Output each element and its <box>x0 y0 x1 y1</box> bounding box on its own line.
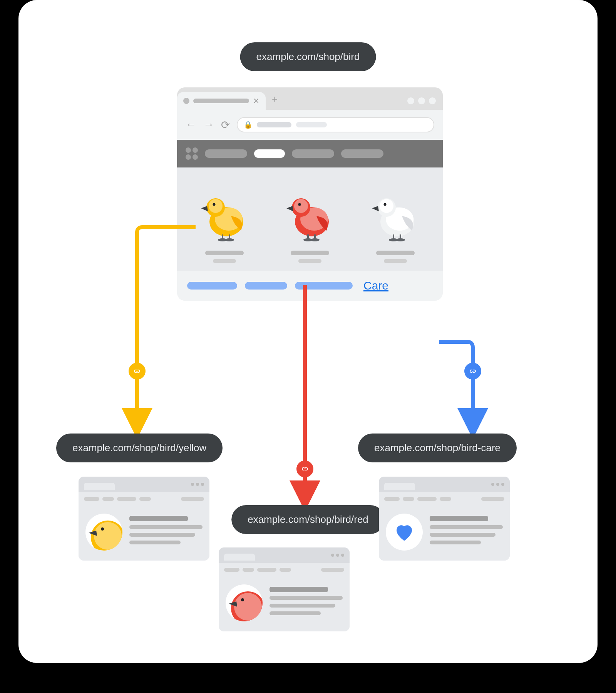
heart-avatar <box>386 514 423 551</box>
svg-point-4 <box>213 203 216 206</box>
url-pill-care: example.com/shop/bird-care <box>358 434 517 462</box>
nav-item-active <box>254 149 285 158</box>
svg-point-32 <box>241 598 244 601</box>
link-badge-blue <box>464 363 481 380</box>
link-badge-red <box>296 460 313 477</box>
window-controls <box>407 97 436 104</box>
red-bird-avatar <box>226 584 263 621</box>
link-icon <box>468 367 477 376</box>
tab-strip: ✕ + <box>177 87 443 110</box>
product-red-bird <box>273 181 346 263</box>
mini-browser-care <box>379 477 510 561</box>
close-tab-icon: ✕ <box>253 96 259 105</box>
svg-point-8 <box>225 238 234 241</box>
reload-icon: ⟳ <box>221 119 230 131</box>
url-pill-red: example.com/shop/bird/red <box>231 505 385 534</box>
browser-window-main: ✕ + ← → ⟳ 🔒 <box>177 87 443 301</box>
site-logo-icon <box>186 147 198 160</box>
footer-care-link[interactable]: Care <box>363 279 388 292</box>
toolbar: ← → ⟳ 🔒 <box>177 110 443 140</box>
footer-link-placeholder <box>187 282 237 290</box>
new-tab-icon: + <box>272 93 278 105</box>
link-icon <box>300 464 310 474</box>
product-white-bird <box>359 181 432 263</box>
svg-point-29 <box>101 527 104 531</box>
tab-title-placeholder <box>193 99 249 103</box>
svg-point-3 <box>209 199 223 213</box>
svg-point-13 <box>298 203 301 206</box>
nav-item <box>205 149 247 158</box>
svg-point-31 <box>234 593 262 621</box>
lock-icon: 🔒 <box>244 121 252 129</box>
mini-browser-yellow <box>79 477 209 561</box>
footer-links: Care <box>177 271 443 301</box>
svg-point-26 <box>396 238 405 241</box>
url-pill-parent: example.com/shop/bird <box>240 42 376 71</box>
active-tab: ✕ <box>177 92 266 110</box>
footer-link-placeholder <box>295 282 353 290</box>
mini-browser-red <box>219 547 350 631</box>
nav-item <box>341 149 383 158</box>
link-icon <box>132 367 142 376</box>
svg-point-12 <box>294 199 308 213</box>
heart-icon <box>393 521 416 544</box>
diagram-card: example.com/shop/bird ✕ + ← → ⟳ 🔒 <box>18 0 598 663</box>
yellow-bird-icon <box>196 185 253 243</box>
white-bird-icon <box>367 185 424 243</box>
footer-link-placeholder <box>245 282 287 290</box>
svg-point-21 <box>380 199 393 213</box>
svg-point-22 <box>384 203 387 206</box>
address-bar: 🔒 <box>237 117 434 132</box>
svg-point-17 <box>310 238 320 241</box>
red-bird-icon <box>281 185 339 243</box>
nav-item <box>292 149 334 158</box>
site-navbar <box>177 140 443 167</box>
url-pill-yellow: example.com/shop/bird/yellow <box>56 434 223 462</box>
forward-icon: → <box>203 119 214 131</box>
product-yellow-bird <box>188 181 261 263</box>
favicon-placeholder <box>183 98 189 104</box>
link-badge-yellow <box>129 363 146 380</box>
yellow-bird-avatar <box>85 514 122 551</box>
svg-point-28 <box>94 522 122 550</box>
back-icon: ← <box>186 119 196 131</box>
product-grid <box>177 167 443 271</box>
